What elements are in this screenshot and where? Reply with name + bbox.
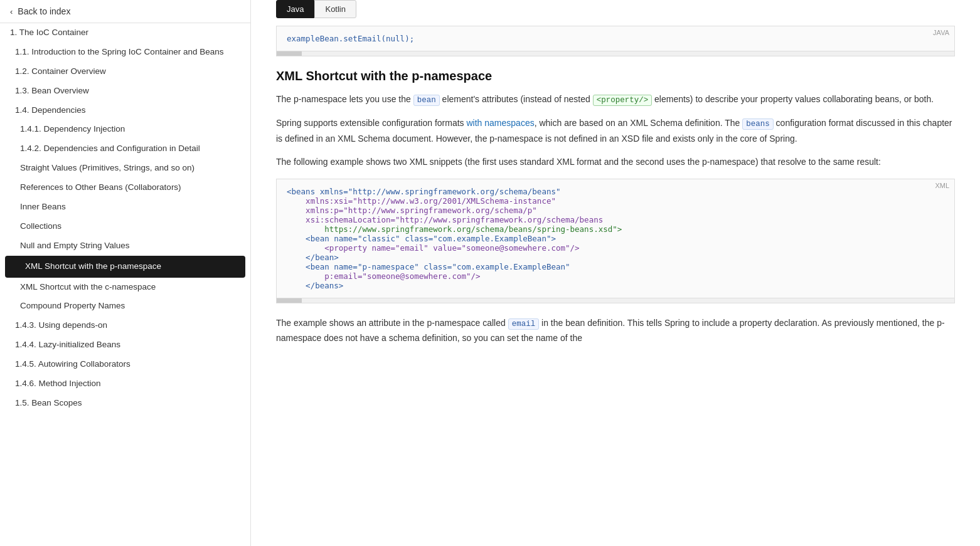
email-inline-code: email	[508, 318, 540, 330]
paragraph-1: The p-namespace lets you use the bean el…	[276, 92, 955, 107]
code-label-xml: XML	[935, 182, 949, 189]
sidebar-item-dependencies-config[interactable]: 1.4.2. Dependencies and Configuration in…	[0, 139, 250, 159]
code-xml-content: <beans xmlns="http://www.springframework…	[277, 179, 954, 298]
language-tabs: Java Kotlin	[276, 0, 955, 18]
code-scrollbar[interactable]	[277, 51, 954, 56]
code-label-java: JAVA	[933, 29, 949, 36]
tab-java[interactable]: Java	[276, 0, 314, 18]
sidebar: ‹ Back to index 1. The IoC Container1.1.…	[0, 0, 251, 546]
property-inline-code: <property/>	[593, 95, 652, 106]
main-content: Java Kotlin JAVA exampleBean.setEmail(nu…	[251, 0, 980, 546]
para1-after: elements) to describe your property valu…	[652, 94, 934, 104]
para2-before: Spring supports extensible configuration…	[276, 118, 467, 128]
section-title: XML Shortcut with the p-namespace	[276, 69, 955, 83]
sidebar-item-ioc-container[interactable]: 1. The IoC Container	[0, 23, 250, 43]
code-text: exampleBean.setEmail(null);	[287, 34, 414, 43]
sidebar-item-inner-beans[interactable]: Inner Beans	[0, 197, 250, 217]
para1-middle: element's attributes (instead of nested	[440, 94, 593, 104]
xml-scrollbar[interactable]	[277, 298, 954, 303]
sidebar-item-autowiring[interactable]: 1.4.5. Autowiring Collaborators	[0, 355, 250, 374]
paragraph-4: The example shows an attribute in the p-…	[276, 316, 955, 346]
sidebar-item-xml-c-namespace[interactable]: XML Shortcut with the c-namespace	[0, 278, 250, 297]
sidebar-item-xml-p-namespace[interactable]: XML Shortcut with the p-namespace	[5, 256, 245, 278]
paragraph-3: The following example shows two XML snip…	[276, 155, 955, 170]
code-block-top: JAVA exampleBean.setEmail(null);	[276, 26, 955, 56]
tab-kotlin[interactable]: Kotlin	[314, 0, 356, 18]
sidebar-item-references-beans[interactable]: References to Other Beans (Collaborators…	[0, 178, 250, 197]
sidebar-item-straight-values[interactable]: Straight Values (Primitives, Strings, an…	[0, 159, 250, 178]
sidebar-item-depends-on[interactable]: 1.4.3. Using depends-on	[0, 316, 250, 335]
bean-inline-code: bean	[413, 95, 440, 106]
back-to-index-link[interactable]: ‹ Back to index	[0, 0, 250, 23]
para2-middle: , which are based on an XML Schema defin…	[535, 118, 743, 128]
sidebar-nav: 1. The IoC Container1.1. Introduction to…	[0, 23, 250, 413]
paragraph-2: Spring supports extensible configuration…	[276, 116, 955, 146]
sidebar-item-dependencies[interactable]: 1.4. Dependencies	[0, 101, 250, 120]
sidebar-item-lazy-init[interactable]: 1.4.4. Lazy-initialized Beans	[0, 335, 250, 355]
code-content-top: exampleBean.setEmail(null);	[277, 26, 954, 51]
back-label: Back to index	[18, 6, 70, 16]
sidebar-item-method-injection[interactable]: 1.4.6. Method Injection	[0, 374, 250, 394]
sidebar-item-container-overview[interactable]: 1.2. Container Overview	[0, 62, 250, 81]
sidebar-item-bean-overview[interactable]: 1.3. Bean Overview	[0, 81, 250, 101]
sidebar-item-collections[interactable]: Collections	[0, 217, 250, 236]
sidebar-item-intro-spring-ioc[interactable]: 1.1. Introduction to the Spring IoC Cont…	[0, 43, 250, 62]
sidebar-item-dependency-injection[interactable]: 1.4.1. Dependency Injection	[0, 120, 250, 139]
para4-before: The example shows an attribute in the p-…	[276, 318, 508, 328]
code-block-xml: XML <beans xmlns="http://www.springframe…	[276, 179, 955, 303]
chevron-left-icon: ‹	[10, 7, 13, 16]
para1-before: The p-namespace lets you use the	[276, 94, 413, 104]
namespaces-link[interactable]: with namespaces	[467, 118, 535, 128]
sidebar-item-null-empty[interactable]: Null and Empty String Values	[0, 236, 250, 256]
sidebar-item-bean-scopes[interactable]: 1.5. Bean Scopes	[0, 394, 250, 413]
sidebar-item-compound-property[interactable]: Compound Property Names	[0, 297, 250, 316]
beans-inline-code: beans	[742, 118, 774, 130]
